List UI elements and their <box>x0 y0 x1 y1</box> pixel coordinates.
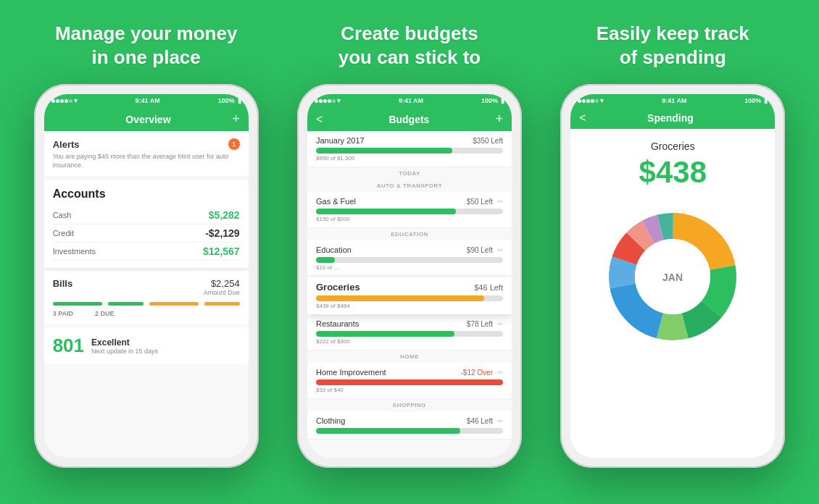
budget-cloth-progress-bg <box>316 428 503 434</box>
bills-bar-orange-1 <box>149 302 199 306</box>
header-title-3: Spending <box>647 112 694 124</box>
accounts-section: Accounts Cash $5,282 Credit -$2,129 Inve… <box>44 180 249 268</box>
credit-score-value: 801 <box>53 335 84 357</box>
donut-chart: JAN <box>600 204 745 349</box>
header-add-icon-2[interactable]: + <box>495 112 503 127</box>
budget-edu-progress-fill <box>316 257 335 263</box>
alert-header: Alerts 1 <box>53 138 240 150</box>
budget-item-education[interactable]: Education $90 Left ✏ $10 of ... <box>307 240 512 277</box>
section-shopping: SHOPPING <box>307 399 512 411</box>
bills-bar-green-2 <box>108 302 144 306</box>
account-label-cash: Cash <box>53 211 72 219</box>
budget-gas-progress-fill <box>316 209 457 214</box>
credit-section[interactable]: 801 Excellent Next update in 15 days <box>44 327 249 364</box>
account-value-cash: $5,282 <box>209 209 240 221</box>
account-row-investments[interactable]: Investments $12,567 <box>53 243 240 261</box>
col3-title-line1: Easily keep track <box>596 22 749 44</box>
budget-rest-progress-bg <box>316 331 503 337</box>
bills-amount: $2,254 <box>204 278 240 289</box>
budget-item-home-improvement[interactable]: Home Improvement -$12 Over ✏ $32 of $40 <box>307 363 512 399</box>
budget-edu-sub: $10 of ... <box>316 264 503 271</box>
status-right-1: 100% ▮ <box>218 97 241 104</box>
credit-label: Excellent <box>91 337 240 348</box>
section-home: HOME <box>307 350 512 363</box>
col3-title-line2: of spending <box>620 46 726 68</box>
accounts-title: Accounts <box>53 188 240 201</box>
bills-bars <box>53 302 240 306</box>
budget-home-left: -$12 Over <box>461 369 493 377</box>
battery-label-3: 100% <box>744 97 761 104</box>
budget-item-groceries[interactable]: Groceries $46 Left $438 of $484 <box>307 277 512 314</box>
col2-title-line1: Create budgets <box>341 22 478 44</box>
budget-item-gas[interactable]: Gas & Fuel $50 Left ✏ $150 of $200 <box>307 192 512 228</box>
column-2: Create budgets you can stick to ▾ <box>279 22 540 468</box>
section-education: EDUCATION <box>307 228 512 240</box>
budget-item-restaurants[interactable]: Restaurants $78 Left ✏ $222 of $300 <box>307 314 512 350</box>
budget-jan-left: $350 Left <box>473 137 503 145</box>
credit-sub: Next update in 15 days <box>91 348 240 355</box>
phone-3-inner: ▾ 9:41 AM 100% ▮ < Spending Grocerie <box>570 94 775 458</box>
account-row-credit[interactable]: Credit -$2,129 <box>53 224 240 243</box>
col1-title-line2: in one place <box>92 46 201 68</box>
account-label-credit: Credit <box>53 229 74 238</box>
bills-labels: 3 PAID 2 DUE <box>53 310 240 317</box>
edit-icon-cloth[interactable]: ✏ <box>497 417 503 425</box>
app-header-2: < Budgets + <box>307 107 512 131</box>
budget-cloth-header: Clothing $46 Left ✏ <box>316 416 503 425</box>
bills-bar-green-1 <box>53 302 102 306</box>
account-label-investments: Investments <box>53 247 96 256</box>
phone-1-inner: ▾ 9:41 AM 100% ▮ Overview + <box>44 94 249 458</box>
budget-home-sub: $32 of $40 <box>316 387 503 393</box>
budget-edu-progress-bg <box>316 257 503 263</box>
status-time-3: 9:41 AM <box>662 97 686 104</box>
column-3-title: Easily keep track of spending <box>596 22 749 72</box>
back-icon-2[interactable]: < <box>316 113 323 126</box>
budget-item-jan[interactable]: January 2017 $350 Left $950 of $1,300 <box>307 131 512 167</box>
edit-icon-rest[interactable]: ✏ <box>497 320 503 328</box>
budget-groc-sub: $438 of $484 <box>316 303 503 309</box>
spending-amount: $438 <box>639 155 707 190</box>
account-value-credit: -$2,129 <box>205 227 239 239</box>
budget-gas-header: Gas & Fuel $50 Left ✏ <box>316 197 503 206</box>
budget-jan-header: January 2017 $350 Left <box>316 136 503 145</box>
donut-label: JAN <box>662 272 683 283</box>
alert-badge: 1 <box>228 138 240 150</box>
account-value-investments: $12,567 <box>203 245 240 257</box>
budget-rest-header: Restaurants $78 Left ✏ <box>316 319 503 328</box>
alerts-section[interactable]: Alerts 1 You are paying $45 more than th… <box>44 131 249 177</box>
edit-icon-home[interactable]: ✏ <box>497 369 503 377</box>
bills-title-group: Bills <box>53 278 72 296</box>
alert-title: Alerts <box>53 139 80 150</box>
col2-title-line2: you can stick to <box>338 46 481 68</box>
donut-svg: JAN <box>600 204 745 349</box>
bills-due-label: 2 DUE <box>95 310 115 317</box>
bills-amount-group: $2,254 Amount Due <box>204 278 240 296</box>
budget-rest-progress-fill <box>316 331 454 337</box>
budget-home-header: Home Improvement -$12 Over ✏ <box>316 368 503 377</box>
phone-2: ▾ 9:41 AM 100% ▮ < Budgets + <box>297 84 522 468</box>
column-1: Manage your money in one place ▾ <box>16 22 277 468</box>
phone-1: ▾ 9:41 AM 100% ▮ Overview + <box>34 84 259 468</box>
budget-edu-name: Education <box>316 245 352 254</box>
app-header-3: < Spending <box>570 107 775 129</box>
budget-jan-progress-bg <box>316 148 503 154</box>
budget-cloth-left: $46 Left <box>467 417 493 425</box>
status-bar-2: ▾ 9:41 AM 100% ▮ <box>307 94 512 107</box>
budget-gas-name: Gas & Fuel <box>316 197 356 206</box>
budget-groc-name: Groceries <box>316 282 360 293</box>
back-icon-3[interactable]: < <box>579 112 586 125</box>
header-add-icon-1[interactable]: + <box>232 112 240 127</box>
budget-home-progress-bg <box>316 379 503 385</box>
edit-icon-edu[interactable]: ✏ <box>497 246 503 254</box>
section-today: TODAY <box>307 167 512 180</box>
budget-item-clothing[interactable]: Clothing $46 Left ✏ <box>307 411 512 440</box>
status-time-1: 9:41 AM <box>136 97 160 104</box>
main-container: Manage your money in one place ▾ <box>0 0 819 504</box>
budget-cloth-progress-fill <box>316 428 460 434</box>
edit-icon-gas[interactable]: ✏ <box>497 198 503 206</box>
bills-section[interactable]: Bills $2,254 Amount Due <box>44 271 249 324</box>
budget-groc-progress-bg <box>316 295 503 301</box>
status-left-1: ▾ <box>51 97 78 104</box>
budget-rest-name: Restaurants <box>316 319 359 328</box>
account-row-cash[interactable]: Cash $5,282 <box>53 206 240 224</box>
